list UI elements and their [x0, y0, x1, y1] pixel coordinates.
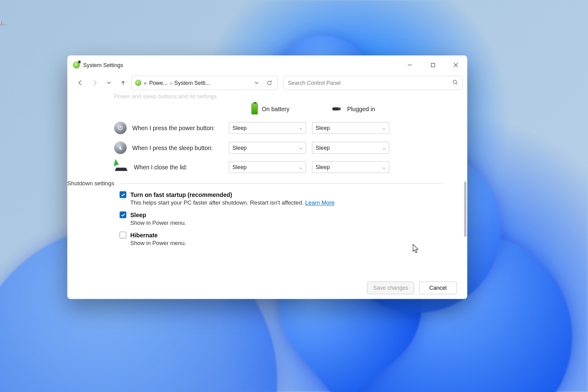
select-power-battery[interactable]: Sleep⌄ [229, 122, 306, 134]
breadcrumb-icon [135, 80, 141, 86]
scrollbar-thumb[interactable] [464, 181, 466, 237]
shutdown-settings-heading: Shutdown settings [67, 180, 467, 187]
row-label: When I press the sleep button: [132, 144, 213, 151]
plug-icon [332, 106, 343, 112]
lid-icon [114, 162, 128, 173]
desktop-icon-label: 6... [0, 20, 7, 26]
maximize-button[interactable] [421, 55, 444, 74]
row-label: When I press the power button: [132, 125, 215, 131]
truncated-heading: Power and sleep buttons and lid settings [114, 94, 467, 100]
search-box[interactable] [284, 76, 462, 90]
checkbox-desc: This helps start your PC faster after sh… [130, 200, 467, 206]
chevron-down-icon: ⌄ [299, 125, 303, 130]
breadcrumb-prefix: « [144, 80, 147, 86]
select-lid-battery[interactable]: Sleep⌄ [229, 161, 306, 173]
cancel-button[interactable]: Cancel [419, 281, 457, 294]
chevron-down-icon: ⌄ [299, 164, 303, 170]
recent-button[interactable] [103, 77, 115, 89]
checkbox-hibernate[interactable] [119, 232, 126, 238]
row-power-button: When I press the power button: Sleep⌄ Sl… [114, 122, 467, 134]
app-icon [73, 61, 80, 68]
svg-rect-1 [431, 63, 435, 67]
chevron-down-icon: ⌄ [382, 145, 386, 150]
svg-point-4 [453, 80, 457, 83]
chevron-down-icon: ⌄ [382, 125, 386, 130]
refresh-button[interactable] [264, 77, 274, 88]
address-bar[interactable]: « Powe... › System Setti... [131, 76, 278, 90]
search-input[interactable] [288, 80, 449, 86]
nav-row: « Powe... › System Setti... [67, 74, 467, 94]
moon-icon [114, 141, 126, 154]
checkbox-fast-startup[interactable] [119, 191, 126, 198]
battery-icon [251, 103, 258, 114]
opt-hibernate: Hibernate Show in Power menu. [119, 232, 467, 246]
breadcrumb-1[interactable]: Powe... [149, 80, 168, 86]
chevron-down-icon: ⌄ [382, 164, 386, 170]
svg-line-5 [456, 83, 458, 84]
checkbox-desc: Show in Power menu. [130, 220, 467, 226]
checkbox-desc: Show in Power menu. [130, 240, 467, 247]
content-pane: Power and sleep buttons and lid settings… [67, 94, 467, 277]
checkbox-label: Sleep [130, 211, 146, 218]
learn-more-link[interactable]: Learn More [305, 200, 335, 206]
window-title: System Settings [83, 62, 123, 68]
search-icon [452, 79, 458, 87]
select-sleep-plugged[interactable]: Sleep⌄ [312, 142, 389, 154]
col-on-battery: On battery [229, 103, 312, 114]
footer: Save changes Cancel [67, 277, 467, 299]
save-button[interactable]: Save changes [367, 281, 414, 294]
row-label: When I close the lid: [134, 164, 187, 171]
forward-button[interactable] [89, 77, 101, 89]
checkbox-label: Turn on fast startup (recommended) [130, 191, 232, 198]
chevron-down-icon: ⌄ [299, 145, 303, 150]
breadcrumb-2[interactable]: System Setti... [174, 80, 210, 86]
minimize-button[interactable] [398, 55, 421, 74]
back-button[interactable] [74, 77, 86, 89]
row-sleep-button: When I press the sleep button: Sleep⌄ Sl… [114, 141, 467, 154]
system-settings-window: System Settings « [67, 55, 467, 299]
up-button[interactable] [117, 77, 129, 89]
checkbox-sleep[interactable] [119, 211, 126, 218]
power-icon [114, 122, 126, 134]
opt-sleep: Sleep Show in Power menu. [119, 211, 467, 226]
address-dropdown[interactable] [251, 77, 262, 88]
col-plugged-in: Plugged in [312, 106, 395, 112]
close-button[interactable] [444, 55, 467, 74]
select-power-plugged[interactable]: Sleep⌄ [312, 122, 389, 134]
checkbox-label: Hibernate [130, 232, 157, 238]
select-sleep-battery[interactable]: Sleep⌄ [229, 142, 306, 154]
titlebar: System Settings [67, 55, 467, 74]
opt-fast-startup: Turn on fast startup (recommended) This … [119, 191, 467, 206]
row-close-lid: When I close the lid: Sleep⌄ Sleep⌄ [114, 161, 467, 173]
select-lid-plugged[interactable]: Sleep⌄ [312, 161, 389, 173]
breadcrumb-sep: › [170, 80, 172, 86]
